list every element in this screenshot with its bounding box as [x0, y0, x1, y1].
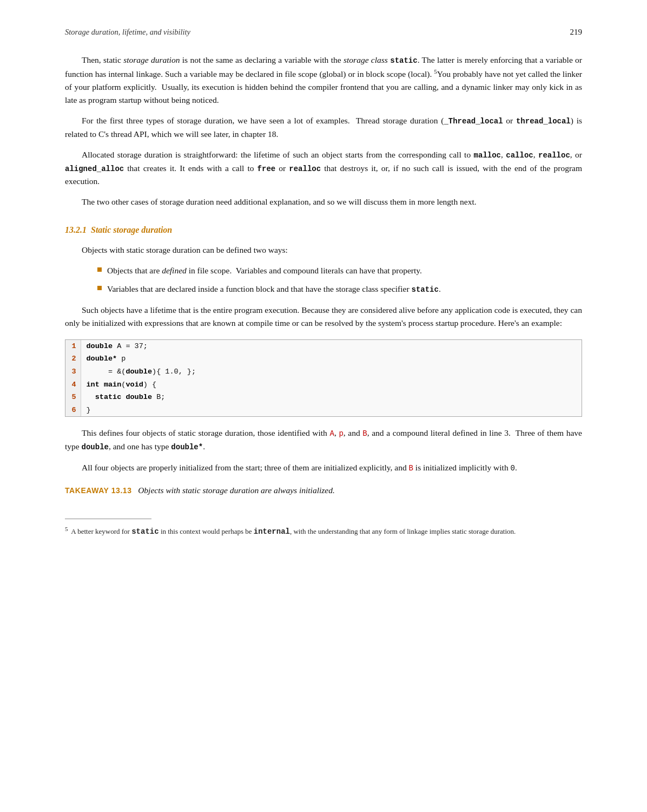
- code-content: double* p: [81, 352, 582, 365]
- code-line-4: 4 int main(void) {: [65, 378, 582, 391]
- code-content: }: [81, 404, 582, 417]
- paragraph-3: Allocated storage duration is straightfo…: [65, 148, 582, 188]
- footnote-divider: [65, 519, 151, 519]
- list-item: Variables that are declared inside a fun…: [97, 283, 582, 296]
- bullet-icon: [97, 286, 102, 290]
- code-block: 1 double A = 37; 2 double* p 3 = &(doubl…: [65, 339, 582, 417]
- bullet-text-2: Variables that are declared inside a fun…: [107, 283, 582, 296]
- line-number: 4: [65, 378, 81, 391]
- paragraph-4: The two other cases of storage duration …: [65, 195, 582, 208]
- code-content: int main(void) {: [81, 378, 582, 391]
- page-number: 219: [570, 26, 583, 38]
- footnote: 5 A better keyword for static in this co…: [65, 525, 582, 538]
- bullet-icon: [97, 267, 102, 272]
- takeaway-label: TAKEAWAY 13.13: [65, 486, 132, 495]
- bullet-text-1: Objects that are defined in file scope. …: [107, 264, 582, 277]
- line-number: 5: [65, 391, 81, 404]
- code-line-1: 1 double A = 37;: [65, 340, 582, 353]
- code-content: = &(double){ 1.0, };: [81, 365, 582, 378]
- section-intro: Objects with static storage duration can…: [82, 244, 582, 257]
- takeaway-text: Objects with static storage duration are…: [134, 486, 334, 495]
- footnote-number: 5: [65, 526, 68, 532]
- paragraph-after-bullets: Such objects have a lifetime that is the…: [65, 304, 582, 330]
- line-number: 1: [65, 340, 81, 353]
- line-number: 2: [65, 352, 81, 365]
- code-table: 1 double A = 37; 2 double* p 3 = &(doubl…: [65, 340, 582, 417]
- page: Storage duration, lifetime, and visibili…: [0, 0, 647, 812]
- takeaway-block: TAKEAWAY 13.13 Objects with static stora…: [65, 484, 582, 497]
- paragraph-2: For the first three types of storage dur…: [65, 114, 582, 141]
- line-number: 6: [65, 404, 81, 417]
- list-item: Objects that are defined in file scope. …: [97, 264, 582, 277]
- section-title: Static storage duration: [91, 225, 172, 234]
- paragraph-after-code-2: All four objects are properly initialize…: [65, 461, 582, 475]
- page-header: Storage duration, lifetime, and visibili…: [65, 26, 582, 38]
- code-content: static double B;: [81, 391, 582, 404]
- header-title: Storage duration, lifetime, and visibili…: [65, 26, 190, 38]
- code-line-3: 3 = &(double){ 1.0, };: [65, 365, 582, 378]
- code-line-2: 2 double* p: [65, 352, 582, 365]
- bullet-list: Objects that are defined in file scope. …: [97, 264, 582, 296]
- code-content: double A = 37;: [81, 340, 582, 353]
- line-number: 3: [65, 365, 81, 378]
- code-line-5: 5 static double B;: [65, 391, 582, 404]
- code-line-6: 6 }: [65, 404, 582, 417]
- section-number: 13.2.1: [65, 225, 87, 234]
- paragraph-1: Then, static storage duration is not the…: [65, 54, 582, 107]
- paragraph-after-code-1: This defines four objects of static stor…: [65, 427, 582, 453]
- section-heading: 13.2.1 Static storage duration: [65, 224, 582, 237]
